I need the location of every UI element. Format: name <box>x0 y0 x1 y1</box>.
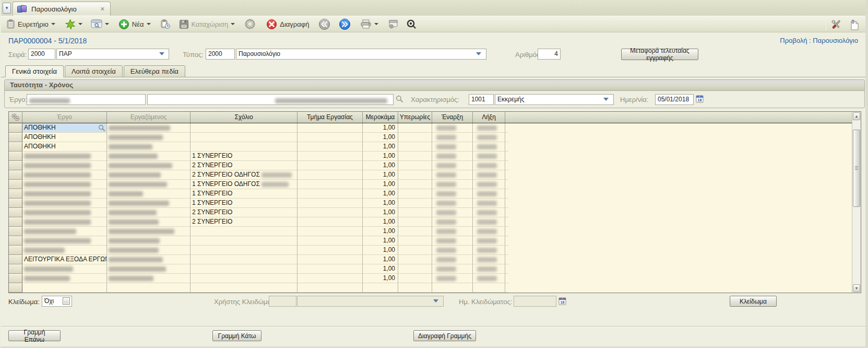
row-selector[interactable] <box>9 170 22 180</box>
cell-overtime[interactable] <box>398 227 432 236</box>
cell-comment[interactable]: 2 ΣΥΝΕΡΓΕΙΟ <box>191 217 298 227</box>
cell-worker[interactable] <box>107 133 191 142</box>
cell-overtime[interactable] <box>398 274 432 283</box>
cell-overtime[interactable] <box>398 180 432 189</box>
cell-days[interactable]: 1,00 <box>363 142 398 152</box>
cell-worker[interactable] <box>107 170 191 180</box>
cell-end[interactable] <box>473 283 505 293</box>
cell-comment[interactable]: 1 ΣΥΝΕΡΓΕΙΟ <box>191 152 298 161</box>
scroll-down-icon[interactable]: ▼ <box>853 284 860 292</box>
cell-days[interactable]: 1,00 <box>363 161 398 170</box>
cell-overtime[interactable] <box>398 264 432 274</box>
vertical-scrollbar[interactable]: ▲ ▼ <box>852 112 861 293</box>
lock-checkbox[interactable] <box>63 297 70 305</box>
index-button[interactable]: Ευρετήριο <box>5 17 56 31</box>
cell-department[interactable] <box>298 199 363 208</box>
column-header[interactable]: Εργαζόμενος <box>107 112 191 123</box>
lock-button[interactable]: Κλείδωμα <box>730 296 777 307</box>
cell-overtime[interactable] <box>398 255 432 264</box>
cell-worker[interactable] <box>107 180 191 189</box>
cell-start[interactable] <box>432 161 473 170</box>
new-button[interactable]: Νέα <box>117 17 152 31</box>
zoom-record-button[interactable] <box>405 17 418 31</box>
row-selector[interactable] <box>9 123 22 133</box>
index-dropdown-arrow[interactable] <box>51 23 55 25</box>
cell-comment[interactable]: 2 ΣΥΝΕΡΓΕΙΟ ΟΔΗΓΟΣ <box>191 170 298 180</box>
cell-days[interactable]: 1,00 <box>363 180 398 189</box>
cell-department[interactable] <box>298 152 363 161</box>
cell-overtime[interactable] <box>398 133 432 142</box>
cell-comment[interactable]: 2 ΣΥΝΕΡΓΕΙΟ <box>191 161 298 170</box>
row-selector[interactable] <box>9 161 22 170</box>
transfer-last-record-button[interactable]: Μεταφορά τελευταίας εγγραφής <box>621 49 698 60</box>
number-input[interactable]: 4 <box>538 49 561 60</box>
grid-row[interactable]: 2 ΣΥΝΕΡΓΕΙΟ ΟΔΗΓΟΣ 1,00 <box>9 170 852 180</box>
cell-days[interactable]: 1,00 <box>363 274 398 283</box>
cell-end[interactable] <box>473 217 505 227</box>
cell-days[interactable]: 1,00 <box>363 123 398 133</box>
cell-days[interactable]: 1,00 <box>363 255 398 264</box>
save-dropdown-arrow[interactable] <box>231 23 235 25</box>
cell-start[interactable] <box>432 274 473 283</box>
cell-start[interactable] <box>432 189 473 199</box>
cell-days[interactable]: 1,00 <box>363 236 398 246</box>
series-combo[interactable]: ΠΑΡ <box>56 49 169 60</box>
cell-project[interactable] <box>22 161 107 170</box>
cell-project[interactable]: ΑΠΟΘΗΚΗ <box>22 133 107 142</box>
cell-days[interactable]: 1,00 <box>363 189 398 199</box>
row-up-button[interactable]: Γραμμή Επάνω <box>8 330 61 341</box>
grid-row[interactable]: 2 ΣΥΝΕΡΓΕΙΟ 1,00 <box>9 208 852 217</box>
cell-start[interactable] <box>432 255 473 264</box>
lookup-icon[interactable] <box>98 124 105 132</box>
cell-end[interactable] <box>473 152 505 161</box>
type-code-input[interactable]: 2000 <box>206 49 235 60</box>
cell-project[interactable] <box>22 152 107 161</box>
cell-end[interactable] <box>473 264 505 274</box>
column-header[interactable]: Έργο <box>22 112 107 123</box>
characterization-combo[interactable]: Εκκρεμής <box>495 94 614 105</box>
cell-worker[interactable] <box>107 152 191 161</box>
series-combo-arrow[interactable] <box>159 52 164 55</box>
cell-end[interactable] <box>473 189 505 199</box>
cell-end[interactable] <box>473 199 505 208</box>
document-tab[interactable]: Παρουσιολόγιο ✕ <box>13 2 111 16</box>
cell-overtime[interactable] <box>398 123 432 133</box>
favorites-button[interactable] <box>64 17 84 31</box>
cell-project[interactable]: ΑΠΟΘΗΚΗ <box>22 142 107 152</box>
browse-button[interactable] <box>90 17 110 31</box>
cell-department[interactable] <box>298 133 363 142</box>
cell-days[interactable]: 1,00 <box>363 199 398 208</box>
cell-start[interactable] <box>432 199 473 208</box>
cell-start[interactable] <box>432 133 473 142</box>
copy-from-button[interactable] <box>159 17 172 31</box>
print-dropdown-arrow[interactable] <box>374 23 378 25</box>
row-delete-button[interactable]: Διαγραφή Γραμμής <box>413 330 476 341</box>
previous-record-button[interactable] <box>317 17 331 31</box>
cell-overtime[interactable] <box>398 246 432 255</box>
cell-start[interactable] <box>432 152 473 161</box>
cell-days[interactable] <box>363 283 398 293</box>
cell-overtime[interactable] <box>398 170 432 180</box>
grid-row[interactable]: 1,00 <box>9 236 852 246</box>
cell-end[interactable] <box>473 274 505 283</box>
cell-worker[interactable] <box>107 161 191 170</box>
row-selector[interactable] <box>9 274 22 283</box>
characterization-combo-arrow[interactable] <box>603 98 609 101</box>
grid-settings-icon[interactable] <box>9 112 22 123</box>
grid-row[interactable]: 1 ΣΥΝΕΡΓΕΙΟ 1,00 <box>9 199 852 208</box>
cell-end[interactable] <box>473 123 505 133</box>
grid-row[interactable]: 1 ΣΥΝΕΡΓΕΙΟ 1,00 <box>9 152 852 161</box>
row-selector[interactable] <box>9 227 22 236</box>
row-selector[interactable] <box>9 208 22 217</box>
cell-project[interactable] <box>22 170 107 180</box>
print-button[interactable] <box>359 17 379 31</box>
cell-end[interactable] <box>473 161 505 170</box>
grid-row[interactable]: 1,00 <box>9 246 852 255</box>
cell-start[interactable] <box>432 264 473 274</box>
next-record-button[interactable] <box>338 17 352 31</box>
cell-end[interactable] <box>473 208 505 217</box>
cell-start[interactable] <box>432 208 473 217</box>
cell-start[interactable] <box>432 170 473 180</box>
cell-days[interactable]: 1,00 <box>363 246 398 255</box>
grid-row[interactable]: 2 ΣΥΝΕΡΓΕΙΟ 1,00 <box>9 217 852 227</box>
